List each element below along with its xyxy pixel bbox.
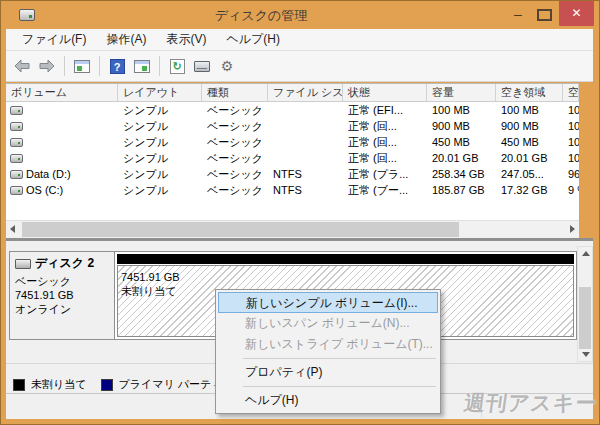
watermark: 週刊アスキー [462,389,599,417]
volume-icon [10,122,23,131]
disk-size: 7451.91 GB [15,288,109,302]
region-size: 7451.91 GB [121,270,180,284]
menu-action[interactable]: 操作(A) [96,29,156,50]
toolbar-separator [64,56,65,76]
scroll-right-icon[interactable] [570,225,575,233]
console-tree-icon[interactable] [72,55,92,77]
table-row[interactable]: OS (C:) シンプル ベーシック NTFS 正常 (ブー... 185.87… [6,182,579,198]
menu-view[interactable]: 表示(V) [156,29,216,50]
col-status[interactable]: 状態 [343,84,427,101]
volume-table-header: ボリューム レイアウト 種類 ファイル シス... 状態 容量 空き領域 空き [6,84,579,102]
legend-unallocated: 未割り当て [31,377,87,392]
menu-item-new-striped-volume: 新しいストライプ ボリューム(T)... [216,334,440,355]
context-menu: 新しいシンプル ボリューム(I)... 新しいスパン ボリューム(N)... 新… [215,289,441,414]
scrollbar-thumb[interactable] [22,222,459,237]
table-row[interactable]: Data (D:) シンプル ベーシック NTFS 正常 (プラ... 258.… [6,166,579,182]
horizontal-scrollbar[interactable] [6,220,579,238]
help-icon[interactable]: ? [107,55,127,77]
toolbar-separator [99,56,100,76]
toolbar-separator [159,56,160,76]
region-info: 7451.91 GB 未割り当て [121,270,180,298]
col-layout[interactable]: レイアウト [118,84,202,101]
col-capacity[interactable]: 容量 [427,84,496,101]
disk-info-panel[interactable]: ディスク 2 ベーシック 7451.91 GB オンライン [10,252,115,339]
col-volume[interactable]: ボリューム [6,84,118,101]
menu-item-properties[interactable]: プロパティ(P) [216,362,440,383]
maximize-button[interactable] [537,9,552,21]
disk-type: ベーシック [15,274,109,288]
menu-bar: ファイル(F) 操作(A) 表示(V) ヘルプ(H) [6,29,593,51]
volume-icon [10,170,23,179]
menu-help[interactable]: ヘルプ(H) [216,29,290,50]
volume-list-pane: ボリューム レイアウト 種類 ファイル シス... 状態 容量 空き領域 空き … [6,83,579,238]
menu-item-new-simple-volume[interactable]: 新しいシンプル ボリューム(I)... [218,292,438,313]
disk-status: オンライン [15,302,109,316]
scroll-down-icon[interactable] [582,352,590,357]
menu-item-help[interactable]: ヘルプ(H) [216,390,440,411]
titlebar: ディスクの管理 – ✕ [1,1,600,29]
toolbar: ? ↻ ⚙ [6,51,593,82]
disk-icon [15,259,31,269]
col-filesystem[interactable]: ファイル シス... [268,84,343,101]
refresh-icon[interactable]: ↻ [167,55,187,77]
scroll-left-icon[interactable] [10,225,15,233]
col-free[interactable]: 空き領域 [496,84,563,101]
volume-icon [10,138,23,147]
menu-separator [243,358,436,359]
window-title: ディスクの管理 [1,7,521,25]
col-type[interactable]: 種類 [202,84,268,101]
scroll-up-icon[interactable] [582,251,590,256]
close-button[interactable]: ✕ [559,1,594,26]
forward-icon[interactable] [37,55,57,77]
scrollbar-thumb[interactable] [579,287,591,349]
primary-partition-swatch [101,379,113,391]
disk-management-window: ディスクの管理 – ✕ ファイル(F) 操作(A) 表示(V) ヘルプ(H) ?… [0,0,600,425]
menu-item-new-spanned-volume: 新しいスパン ボリューム(N)... [216,313,440,334]
action-pane-icon[interactable] [132,55,152,77]
disk-label: ディスク 2 [35,255,94,272]
table-row[interactable]: シンプル ベーシック 正常 (回... 450 MB 450 MB 100 % [6,134,579,150]
table-row[interactable]: シンプル ベーシック 正常 (EFI... 100 MB 100 MB 100 … [6,102,579,118]
disk-properties-icon[interactable] [192,55,212,77]
unallocated-color-band [117,254,574,264]
minimize-button[interactable]: – [506,5,530,25]
menu-file[interactable]: ファイル(F) [12,29,96,50]
vertical-scrollbar[interactable] [577,246,593,362]
region-status: 未割り当て [121,284,180,298]
back-icon[interactable] [12,55,32,77]
menu-separator [243,386,436,387]
gear-icon[interactable]: ⚙ [217,55,237,77]
volume-icon [10,186,23,195]
table-row[interactable]: シンプル ベーシック 正常 (回... 20.01 GB 20.01 GB 10… [6,150,579,166]
volume-icon [10,154,23,163]
table-row[interactable]: シンプル ベーシック 正常 (回... 900 MB 900 MB 100 % [6,118,579,134]
unallocated-swatch [13,379,25,391]
col-free-pct[interactable]: 空き [563,84,579,101]
volume-icon [10,106,23,115]
